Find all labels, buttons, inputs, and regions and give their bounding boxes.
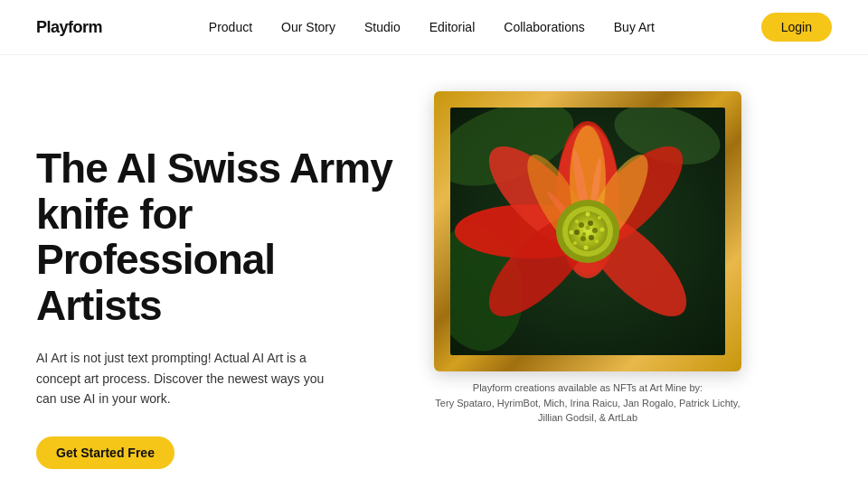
nav-product[interactable]: Product: [209, 20, 252, 34]
artwork-display: [450, 108, 725, 355]
svg-point-28: [582, 232, 586, 236]
hero-image-area: Playform creations available as NFTs at …: [434, 91, 741, 426]
nav-collaborations[interactable]: Collaborations: [504, 20, 585, 34]
nav-buy-art[interactable]: Buy Art: [614, 20, 655, 34]
caption-line2: Tery Spataro, HyrimBot, Mich, Irina Raic…: [434, 396, 741, 426]
svg-point-26: [574, 230, 580, 235]
image-caption: Playform creations available as NFTs at …: [434, 380, 741, 426]
art-frame: [434, 91, 741, 371]
svg-point-25: [580, 236, 586, 241]
caption-line1: Playform creations available as NFTs at …: [434, 380, 741, 396]
svg-point-30: [598, 216, 601, 220]
svg-point-21: [579, 222, 584, 228]
svg-point-29: [586, 212, 590, 217]
hero-section: The AI Swiss Army knife for Professional…: [0, 55, 868, 469]
get-started-button[interactable]: Get Started Free: [36, 436, 175, 469]
featured-section: FEATURED IN Stylus METAPURSE THE WALL ST…: [0, 469, 868, 488]
svg-point-31: [600, 228, 605, 232]
svg-point-33: [584, 246, 589, 250]
svg-point-32: [595, 239, 599, 243]
svg-point-23: [592, 228, 598, 233]
svg-point-22: [588, 221, 593, 226]
nav-editorial[interactable]: Editorial: [429, 20, 476, 34]
nav-links: Product Our Story Studio Editorial Colla…: [209, 19, 655, 35]
gold-frame: [434, 91, 741, 371]
svg-point-36: [575, 220, 579, 223]
logo[interactable]: Playform: [36, 18, 102, 37]
flower-artwork: [450, 108, 725, 355]
login-button[interactable]: Login: [761, 13, 832, 42]
svg-point-24: [589, 235, 594, 240]
svg-point-27: [586, 226, 590, 230]
nav-studio[interactable]: Studio: [364, 20, 401, 34]
svg-point-35: [570, 230, 574, 235]
hero-title: The AI Swiss Army knife for Professional…: [36, 145, 398, 328]
nav-our-story[interactable]: Our Story: [281, 20, 335, 34]
navigation: Playform Product Our Story Studio Editor…: [0, 0, 868, 55]
hero-content: The AI Swiss Army knife for Professional…: [36, 91, 398, 469]
hero-subtitle: AI Art is not just text prompting! Actua…: [36, 348, 344, 408]
svg-point-34: [573, 241, 577, 245]
